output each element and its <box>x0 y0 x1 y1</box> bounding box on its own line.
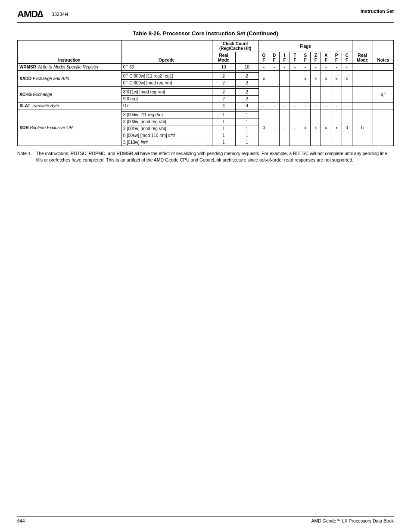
flag-cell: u <box>321 109 331 146</box>
th-if: IF <box>280 52 290 64</box>
header-row-1: Instruction Opcode Clock Count(Reg/Cache… <box>18 40 394 52</box>
flags-real-mode-cell <box>352 103 373 109</box>
flag-cell: - <box>269 103 279 109</box>
th-notes: Notes <box>373 40 393 64</box>
flag-cell: - <box>258 87 269 103</box>
flag-cell: - <box>311 103 321 109</box>
flag-cell: - <box>258 64 269 71</box>
flag-cell: - <box>300 64 311 71</box>
th-clock <box>235 52 258 64</box>
flag-cell: - <box>342 103 352 109</box>
clock-cell: 1 <box>235 118 258 125</box>
header-title: Instruction Set <box>361 9 394 14</box>
table-title: Table 8-26. Processor Core Instruction S… <box>17 30 394 37</box>
flag-cell: - <box>290 64 300 71</box>
flag-cell: - <box>258 103 269 109</box>
flag-cell: x <box>311 71 321 87</box>
clock-cell: 1 <box>235 112 258 118</box>
opcode-cell: 9[0 reg] <box>121 96 212 103</box>
flag-cell: x <box>300 71 311 87</box>
real-mode-cell: 2 <box>212 89 235 96</box>
flag-cell: x <box>342 71 352 87</box>
flag-cell: - <box>321 103 331 109</box>
page-header: AMD∆ 33234H Instruction Set <box>17 9 394 23</box>
th-flags-real: RealMode <box>352 40 373 64</box>
instruction-cell: XCHG Exchange <box>18 87 121 103</box>
table-row: XLAT Translate ByteD744--------- <box>18 103 394 109</box>
table-row: WRMSR Write to Model Specific Register0F… <box>18 64 394 71</box>
real-mode-cell: 1 <box>212 132 235 139</box>
flag-cell: - <box>342 64 352 71</box>
instruction-table: Instruction Opcode Clock Count(Reg/Cache… <box>17 40 394 146</box>
flag-cell: - <box>269 71 279 87</box>
notes-cell <box>373 103 393 109</box>
flag-cell: 0 <box>342 109 352 146</box>
real-mode-cell: 1 <box>212 125 235 132</box>
flag-cell: - <box>280 87 290 103</box>
th-of: OF <box>258 52 269 64</box>
note-label: Note 1. <box>17 150 32 163</box>
flag-cell: x <box>331 71 342 87</box>
flag-cell: x <box>300 109 311 146</box>
flag-cell: - <box>331 64 342 71</box>
th-zf: ZF <box>311 52 321 64</box>
opcode-cell: 3 [000w] [mod reg r/m] <box>121 118 212 125</box>
real-mode-cell: 1 <box>212 139 235 146</box>
notes-cell <box>373 64 393 71</box>
real-mode-cell: 4 <box>212 103 235 109</box>
instruction-cell: XLAT Translate Byte <box>18 103 121 109</box>
instruction-cell: WRMSR Write to Model Specific Register <box>18 64 121 71</box>
page: AMD∆ 33234H Instruction Set Table 8-26. … <box>0 0 411 532</box>
instruction-cell: XADD Exchange and Add <box>18 71 121 87</box>
flag-cell: - <box>290 87 300 103</box>
flag-cell: - <box>269 64 279 71</box>
th-instruction: Instruction <box>18 40 121 64</box>
note-section: Note 1. The instructions, RDTSC, RDPMC, … <box>17 150 394 163</box>
amd-logo: AMD∆ <box>17 9 43 20</box>
real-mode-cell: 2 <box>212 80 235 87</box>
flag-cell: - <box>342 87 352 103</box>
flag-cell: - <box>290 71 300 87</box>
clock-cell: 1 <box>235 132 258 139</box>
note-text: The instructions, RDTSC, RDPMC, and RDMS… <box>36 150 394 163</box>
opcode-cell: 3 [001w] [mod reg r/m] <box>121 125 212 132</box>
opcode-cell: 3 [010w] ### <box>121 139 212 146</box>
page-footer: 644 AMD Geode™ LX Processors Data Book <box>17 516 394 523</box>
notes-cell <box>373 109 393 146</box>
flags-real-mode-cell: b <box>352 109 373 146</box>
flags-real-mode-cell <box>352 71 373 87</box>
note-row: Note 1. The instructions, RDTSC, RDPMC, … <box>17 150 394 163</box>
instruction-cell: XOR Boolean Exclusive OR <box>18 109 121 146</box>
opcode-cell: 0F C[000w] [mod reg r/m] <box>121 80 212 87</box>
flags-real-mode-cell <box>352 64 373 71</box>
opcode-cell: 3 [00dw] [11 reg r/m] <box>121 112 212 118</box>
real-mode-cell: 1 <box>212 112 235 118</box>
th-df: DF <box>269 52 279 64</box>
flag-cell: - <box>331 87 342 103</box>
th-flags: Flags <box>258 40 352 52</box>
real-mode-cell: 2 <box>212 96 235 103</box>
flags-real-mode-cell <box>352 87 373 103</box>
flag-cell: x <box>331 109 342 146</box>
flag-cell: - <box>280 64 290 71</box>
clock-cell: 1 <box>235 139 258 146</box>
opcode-cell: 0F 30 <box>121 64 212 71</box>
flag-cell: - <box>269 109 279 146</box>
th-opcode: Opcode <box>121 40 212 64</box>
opcode-cell: D7 <box>121 103 212 109</box>
clock-cell: 1 <box>235 125 258 132</box>
flag-cell: - <box>269 87 279 103</box>
flag-cell: - <box>311 64 321 71</box>
flag-cell: - <box>300 103 311 109</box>
flag-cell: - <box>290 109 300 146</box>
flag-cell: - <box>321 64 331 71</box>
th-pf: PF <box>331 52 342 64</box>
real-mode-cell: 2 <box>212 73 235 80</box>
clock-cell: 4 <box>235 103 258 109</box>
flag-cell: - <box>300 87 311 103</box>
clock-cell: 2 <box>235 73 258 80</box>
flag-cell: x <box>321 71 331 87</box>
header-left: AMD∆ 33234H <box>17 9 68 20</box>
th-cf: CF <box>342 52 352 64</box>
th-sf: SF <box>300 52 311 64</box>
